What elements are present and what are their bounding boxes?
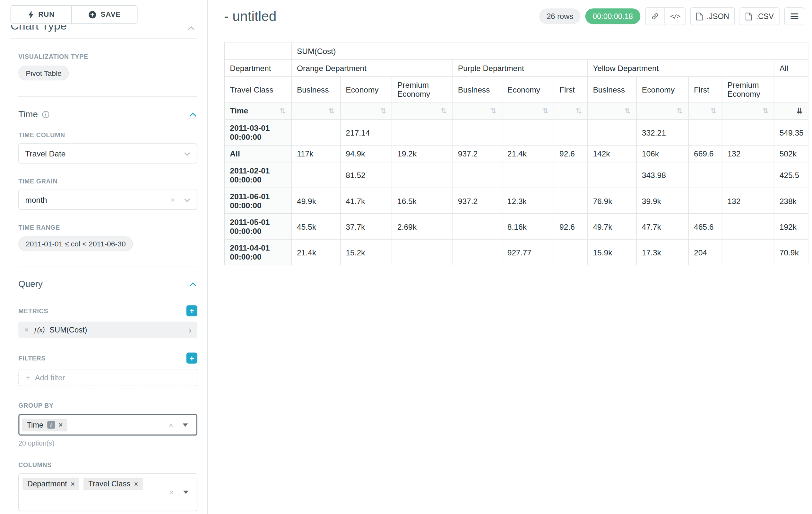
sort-icon[interactable]: ⇅ — [677, 106, 683, 116]
remove-metric-icon[interactable]: × — [24, 325, 29, 334]
columns-chip[interactable]: Travel Class × — [84, 478, 143, 490]
sort-cell[interactable]: ⇅ — [340, 102, 392, 119]
pivot-cell: 76.9k — [587, 188, 636, 214]
column-header: Economy — [340, 77, 392, 102]
lightning-icon — [28, 10, 34, 19]
file-icon — [746, 12, 752, 20]
copy-link-button[interactable] — [645, 7, 665, 25]
sort-icon[interactable]: ⇅ — [280, 106, 286, 116]
sort-cell[interactable]: ⇅ — [554, 102, 587, 119]
metric-chip[interactable]: × ƒ(x) SUM(Cost) › — [18, 322, 197, 338]
sort-cell[interactable]: ⇅ — [392, 102, 453, 119]
time-range-chip[interactable]: 2011-01-01 ≤ col < 2011-06-30 — [18, 237, 133, 251]
clear-icon[interactable]: × — [169, 420, 173, 429]
columns-select[interactable]: Department × Travel Class × × — [18, 474, 197, 511]
sort-icon[interactable]: ⇅ — [762, 106, 768, 116]
column-header: Business — [587, 77, 636, 102]
time-axis-cell[interactable]: Time⇅ — [224, 102, 291, 119]
group-by-select[interactable]: Time i × × — [18, 414, 197, 436]
group-by-chip[interactable]: Time i × — [22, 418, 67, 431]
sort-icon[interactable]: ⇅ — [329, 106, 335, 116]
time-section-header[interactable]: Time — [18, 109, 197, 120]
pivot-cell: 927.77 — [502, 239, 554, 265]
add-filter-button[interactable]: + — [186, 352, 197, 363]
pivot-cell: 94.9k — [340, 145, 392, 162]
column-header: Business — [453, 77, 502, 102]
sort-active-icon[interactable]: ⇊ — [796, 106, 802, 116]
caret-down-icon[interactable] — [183, 491, 188, 494]
sort-icon[interactable]: ⇅ — [490, 106, 496, 116]
visualization-type-chip[interactable]: Pivot Table — [18, 65, 69, 80]
sort-cell[interactable]: ⇅ — [636, 102, 689, 119]
download-csv-button[interactable]: .CSV — [740, 7, 780, 25]
sort-cell[interactable]: ⇅ — [291, 102, 340, 119]
column-header: Premium Economy — [722, 77, 774, 102]
pivot-cell: 37.7k — [340, 214, 392, 239]
caret-down-icon[interactable] — [183, 423, 188, 426]
query-timer-badge: 00:00:00.18 — [585, 8, 640, 24]
remove-chip-icon[interactable]: × — [59, 421, 63, 429]
sort-icon[interactable]: ⇅ — [380, 106, 386, 116]
chevron-up-icon[interactable] — [190, 112, 196, 117]
pivot-cell — [722, 162, 774, 188]
remove-chip-icon[interactable]: × — [70, 480, 75, 488]
sort-cell[interactable]: ⇅ — [502, 102, 554, 119]
pivot-table: SUM(Cost) Department Orange Department P… — [224, 43, 808, 265]
pivot-cell — [392, 119, 453, 145]
embed-code-button[interactable]: </> — [664, 7, 686, 25]
time-grain-select[interactable]: month × — [18, 190, 197, 210]
column-header: First — [689, 77, 722, 102]
department-header-row: Department Orange Department Purple Depa… — [224, 60, 808, 77]
sort-icon[interactable]: ⇅ — [441, 106, 447, 116]
add-filter-dropzone[interactable]: + Add filter — [18, 369, 197, 386]
pivot-cell: 12.3k — [502, 188, 554, 214]
pivot-cell: 192k — [774, 214, 808, 239]
pivot-cell — [554, 162, 587, 188]
control-panel-content: VISUALIZATION TYPE Pivot Table Time TIME… — [10, 53, 197, 514]
menu-button[interactable] — [784, 7, 804, 25]
column-header: Premium Economy — [392, 77, 453, 102]
pivot-cell: 217.14 — [340, 119, 392, 145]
clear-icon[interactable]: × — [169, 488, 174, 497]
metrics-label: METRICS — [18, 307, 48, 315]
sort-cell[interactable]: ⇅ — [689, 102, 722, 119]
sort-icon[interactable]: ⇅ — [710, 106, 716, 116]
chevron-up-icon[interactable] — [188, 26, 195, 30]
visualization-type-label: VISUALIZATION TYPE — [18, 53, 197, 60]
chevron-right-icon[interactable]: › — [188, 325, 192, 334]
pivot-cell: 332.21 — [636, 119, 689, 145]
sort-cell[interactable]: ⇅ — [453, 102, 502, 119]
sort-icon[interactable]: ⇅ — [543, 106, 549, 116]
chart-title[interactable]: - untitled — [224, 8, 276, 24]
clear-icon[interactable]: × — [170, 195, 175, 204]
columns-chip-label: Department — [27, 480, 67, 488]
query-section-header[interactable]: Query — [18, 279, 197, 290]
sort-icon[interactable]: ⇅ — [576, 106, 582, 116]
download-json-button[interactable]: .JSON — [690, 7, 735, 25]
sort-cell[interactable]: ⇊ — [774, 102, 808, 119]
columns-chip-label: Travel Class — [88, 480, 130, 488]
pivot-cell — [722, 239, 774, 265]
department-group-header: Orange Department — [291, 60, 453, 77]
row-label: 2011-05-01 00:00:00 — [224, 214, 291, 239]
metric-name: SUM(Cost) — [50, 325, 87, 334]
pivot-cell: 343.98 — [636, 162, 689, 188]
table-row: All 117k 94.9k 19.2k 937.2 21.4k 92.6 14… — [224, 145, 808, 162]
pivot-cell — [291, 162, 340, 188]
columns-chip[interactable]: Department × — [23, 478, 79, 490]
remove-chip-icon[interactable]: × — [134, 480, 138, 488]
run-button-label: RUN — [38, 10, 55, 19]
sort-cell[interactable]: ⇅ — [722, 102, 774, 119]
pivot-cell — [554, 188, 587, 214]
file-icon — [696, 12, 703, 20]
pivot-cell: 81.52 — [340, 162, 392, 188]
download-csv-label: .CSV — [756, 12, 774, 21]
sort-icon[interactable]: ⇅ — [625, 106, 631, 116]
add-metric-button[interactable]: + — [186, 305, 197, 316]
row-label: 2011-02-01 00:00:00 — [224, 162, 291, 188]
save-button[interactable]: SAVE — [71, 5, 137, 23]
sort-cell[interactable]: ⇅ — [587, 102, 636, 119]
run-button[interactable]: RUN — [10, 5, 72, 23]
chevron-up-icon[interactable] — [190, 282, 196, 286]
time-column-select[interactable]: Travel Date — [18, 143, 197, 163]
